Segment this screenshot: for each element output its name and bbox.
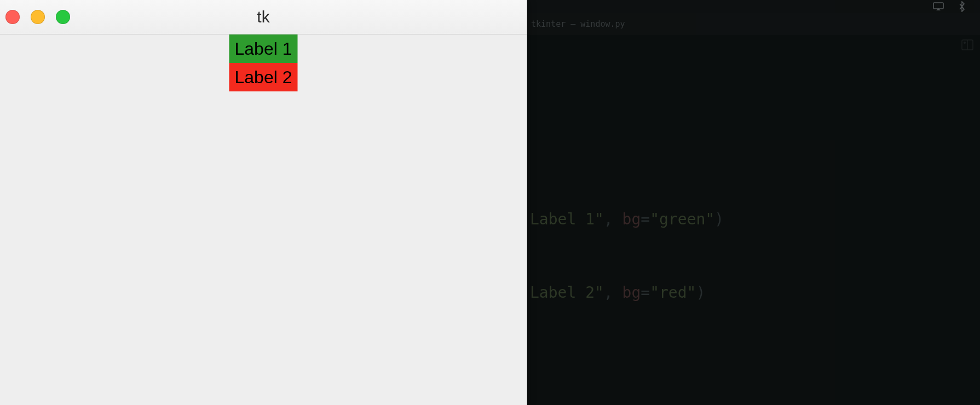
svg-rect-0 <box>933 3 943 9</box>
macos-menubar <box>527 0 980 13</box>
editor-area: Label 1", bg="green") Label 2", bg="red"… <box>527 35 980 405</box>
label-stack: Label 1 Label 2 <box>229 34 298 91</box>
tk-window: tk Label 1 Label 2 <box>0 0 527 405</box>
tk-body: Label 1 Label 2 <box>0 34 527 405</box>
titlebar[interactable]: tk <box>0 0 527 34</box>
label-2: Label 2 <box>229 63 298 91</box>
editor-tab-filename: tkinter – window.py <box>531 19 625 29</box>
code-line: Label 1", bg="green") <box>530 210 724 228</box>
minimize-icon[interactable] <box>31 10 45 24</box>
close-icon[interactable] <box>5 10 20 24</box>
screen-mirroring-icon <box>933 2 944 11</box>
code-line: Label 2", bg="red") <box>530 284 705 302</box>
window-title: tk <box>0 8 527 26</box>
traffic-lights <box>5 0 70 34</box>
label-1: Label 1 <box>229 34 298 63</box>
editor-tab: tkinter – window.py <box>527 13 980 35</box>
zoom-icon[interactable] <box>56 10 70 24</box>
desktop: tkinter – window.py Label 1", bg="green"… <box>0 0 980 405</box>
bluetooth-icon <box>958 1 966 12</box>
